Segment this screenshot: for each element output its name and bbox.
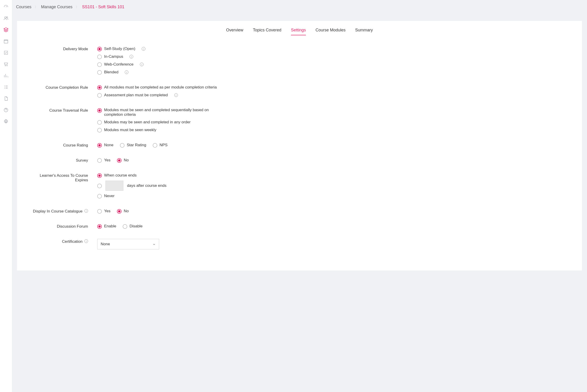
radio-label-all-modules: All modules must be completed as per mod… <box>104 85 217 90</box>
radio-label-weekly: Modules must be seen weekly <box>104 128 156 132</box>
svg-rect-3 <box>4 51 8 54</box>
radio-blended[interactable] <box>97 70 102 75</box>
info-icon[interactable]: i <box>142 47 145 51</box>
radio-rating-star[interactable] <box>120 143 124 148</box>
label-survey: Survey <box>31 158 97 166</box>
info-icon[interactable]: i <box>84 209 88 213</box>
courses-icon[interactable] <box>3 27 9 32</box>
row-completion-rule: Course Completion Rule All modules must … <box>31 85 568 100</box>
radio-label-sequential: Modules must be seen and completed seque… <box>104 108 223 117</box>
chevron-down-icon <box>152 242 156 246</box>
radio-label-catalogue-yes: Yes <box>104 209 110 214</box>
radio-label-catalogue-no: No <box>124 209 129 214</box>
radio-label-assessment: Assessment plan must be completed <box>104 93 168 98</box>
calendar-icon[interactable] <box>3 38 9 44</box>
cart-icon[interactable] <box>3 62 9 67</box>
tab-summary[interactable]: Summary <box>355 28 373 35</box>
label-traversal-rule: Course Traversal Rule <box>31 108 97 135</box>
svg-point-7 <box>5 121 7 122</box>
radio-in-campus[interactable] <box>97 54 102 59</box>
label-completion-rule: Course Completion Rule <box>31 85 97 100</box>
radio-label-rating-none: None <box>104 143 114 148</box>
svg-point-4 <box>5 65 6 66</box>
settings-card: Overview Topics Covered Settings Course … <box>17 21 582 270</box>
radio-forum-enable[interactable] <box>97 224 102 229</box>
settings-icon[interactable] <box>3 119 9 124</box>
breadcrumb-manage[interactable]: Manage Courses <box>41 4 72 10</box>
radio-sequential[interactable] <box>97 108 102 113</box>
label-certification: Certification i <box>31 239 97 250</box>
row-survey: Survey Yes No <box>31 158 568 166</box>
radio-label-blended: Blended <box>104 70 118 74</box>
radio-forum-disable[interactable] <box>123 224 127 229</box>
info-icon[interactable]: i <box>125 70 128 74</box>
radio-label-rating-nps: NPS <box>160 143 168 148</box>
sidebar <box>0 0 12 392</box>
users-icon[interactable] <box>3 16 9 21</box>
breadcrumb-courses[interactable]: Courses <box>16 4 32 10</box>
breadcrumb-current: SS101 - Soft Skills 101 <box>82 4 124 10</box>
row-traversal-rule: Course Traversal Rule Modules must be se… <box>31 108 568 135</box>
radio-assessment[interactable] <box>97 93 102 98</box>
info-icon[interactable]: i <box>84 239 88 243</box>
row-delivery-mode: Delivery Mode Self-Study (Open) i In-Cam… <box>31 46 568 78</box>
radio-survey-yes[interactable] <box>97 158 102 163</box>
radio-label-self-study: Self-Study (Open) <box>104 46 135 51</box>
tab-topics[interactable]: Topics Covered <box>253 28 281 35</box>
radio-label-in-campus: In-Campus <box>104 54 123 59</box>
radio-label-expires-end: When course ends <box>104 173 137 178</box>
label-course-rating: Course Rating <box>31 142 97 150</box>
breadcrumb: Courses 〉 Manage Courses 〉 SS101 - Soft … <box>12 0 587 14</box>
radio-weekly[interactable] <box>97 128 102 132</box>
help-icon[interactable] <box>3 107 9 113</box>
radio-any-order[interactable] <box>97 120 102 125</box>
row-course-rating: Course Rating None Star Rating <box>31 142 568 150</box>
radio-label-web-conf: Web-Conference <box>104 62 134 67</box>
reports-icon[interactable] <box>3 73 9 78</box>
info-icon[interactable]: i <box>130 55 133 58</box>
dashboard-icon[interactable] <box>3 4 9 10</box>
row-display-catalogue: Display In Course Catalogue i Yes No <box>31 208 568 216</box>
label-text: Certification <box>62 239 82 244</box>
label-text: Display In Course Catalogue <box>33 209 82 214</box>
radio-catalogue-yes[interactable] <box>97 209 102 214</box>
tab-modules[interactable]: Course Modules <box>316 28 346 35</box>
days-input[interactable] <box>106 181 123 191</box>
tab-overview[interactable]: Overview <box>226 28 243 35</box>
radio-expires-days[interactable] <box>97 184 102 188</box>
radio-expires-end[interactable] <box>97 173 102 178</box>
chevron-right-icon: 〉 <box>34 5 38 9</box>
radio-rating-nps[interactable] <box>153 143 157 148</box>
row-access-expires: Learner's Access To Course Expires When … <box>31 173 568 201</box>
info-icon[interactable]: i <box>174 93 178 97</box>
radio-label-survey-no: No <box>124 158 129 162</box>
documents-icon[interactable] <box>3 96 9 101</box>
row-certification: Certification i None <box>31 239 568 250</box>
content-wrapper: Overview Topics Covered Settings Course … <box>12 14 587 270</box>
label-discussion-forum: Discussion Forum <box>31 224 97 232</box>
radio-expires-never[interactable] <box>97 194 102 198</box>
certification-select[interactable]: None <box>97 239 159 250</box>
chevron-right-icon: 〉 <box>76 5 79 9</box>
radio-catalogue-no[interactable] <box>117 209 122 214</box>
radio-rating-none[interactable] <box>97 143 102 148</box>
radio-label-expires-never: Never <box>104 194 114 198</box>
svg-rect-2 <box>4 40 8 43</box>
label-access-expires: Learner's Access To Course Expires <box>31 173 97 201</box>
radio-survey-no[interactable] <box>117 158 122 163</box>
radio-self-study[interactable] <box>97 47 102 51</box>
radio-label-survey-yes: Yes <box>104 158 110 162</box>
radio-web-conf[interactable] <box>97 62 102 67</box>
radio-label-any-order: Modules may be seen and completed in any… <box>104 120 190 124</box>
list-icon[interactable] <box>3 84 9 90</box>
tab-settings[interactable]: Settings <box>291 28 306 35</box>
radio-label-rating-star: Star Rating <box>127 143 146 148</box>
radio-label-forum-disable: Disable <box>130 224 142 228</box>
select-value: None <box>101 242 110 246</box>
main-area: Courses 〉 Manage Courses 〉 SS101 - Soft … <box>12 0 587 392</box>
info-icon[interactable]: i <box>140 62 144 66</box>
row-discussion-forum: Discussion Forum Enable Disable <box>31 224 568 232</box>
svg-point-5 <box>7 65 7 66</box>
radio-all-modules[interactable] <box>97 85 102 90</box>
tasks-icon[interactable] <box>3 50 9 56</box>
